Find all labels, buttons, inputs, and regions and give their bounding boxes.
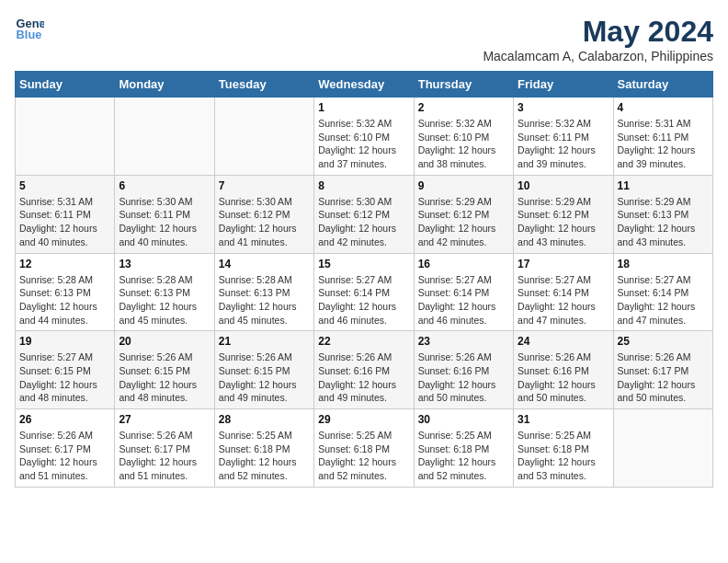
table-cell: 10Sunrise: 5:29 AM Sunset: 6:12 PM Dayli… <box>514 175 613 253</box>
table-cell: 15Sunrise: 5:27 AM Sunset: 6:14 PM Dayli… <box>314 253 414 331</box>
table-cell: 30Sunrise: 5:25 AM Sunset: 6:18 PM Dayli… <box>414 409 513 488</box>
table-cell: 25Sunrise: 5:26 AM Sunset: 6:17 PM Dayli… <box>613 331 712 409</box>
table-cell <box>613 409 712 488</box>
table-cell <box>214 98 313 176</box>
day-info: Sunrise: 5:25 AM Sunset: 6:18 PM Dayligh… <box>518 429 609 483</box>
table-cell: 21Sunrise: 5:26 AM Sunset: 6:15 PM Dayli… <box>214 331 313 409</box>
day-number: 11 <box>618 179 709 192</box>
table-cell: 3Sunrise: 5:32 AM Sunset: 6:11 PM Daylig… <box>514 98 613 176</box>
table-cell: 16Sunrise: 5:27 AM Sunset: 6:14 PM Dayli… <box>414 253 513 331</box>
day-info: Sunrise: 5:26 AM Sunset: 6:17 PM Dayligh… <box>618 350 709 405</box>
header-tuesday: Tuesday <box>214 72 313 98</box>
day-number: 23 <box>418 335 509 348</box>
day-info: Sunrise: 5:29 AM Sunset: 6:13 PM Dayligh… <box>618 195 709 249</box>
day-info: Sunrise: 5:28 AM Sunset: 6:13 PM Dayligh… <box>119 273 210 327</box>
logo: General Blue <box>15 15 44 44</box>
day-info: Sunrise: 5:26 AM Sunset: 6:15 PM Dayligh… <box>119 350 210 405</box>
table-cell <box>16 98 115 176</box>
day-info: Sunrise: 5:29 AM Sunset: 6:12 PM Dayligh… <box>418 195 509 249</box>
day-info: Sunrise: 5:27 AM Sunset: 6:14 PM Dayligh… <box>318 273 409 327</box>
day-number: 4 <box>618 101 709 114</box>
table-cell: 1Sunrise: 5:32 AM Sunset: 6:10 PM Daylig… <box>314 98 414 176</box>
table-cell: 22Sunrise: 5:26 AM Sunset: 6:16 PM Dayli… <box>314 331 414 409</box>
day-number: 12 <box>19 258 110 270</box>
table-cell: 20Sunrise: 5:26 AM Sunset: 6:15 PM Dayli… <box>115 331 214 409</box>
day-info: Sunrise: 5:30 AM Sunset: 6:11 PM Dayligh… <box>119 195 210 249</box>
week-row-2: 5Sunrise: 5:31 AM Sunset: 6:11 PM Daylig… <box>16 175 713 253</box>
day-number: 30 <box>418 413 509 426</box>
day-info: Sunrise: 5:31 AM Sunset: 6:11 PM Dayligh… <box>19 195 110 249</box>
month-title: May 2024 <box>483 15 713 49</box>
day-number: 25 <box>618 335 709 348</box>
day-number: 9 <box>418 179 509 192</box>
day-info: Sunrise: 5:27 AM Sunset: 6:14 PM Dayligh… <box>618 273 709 327</box>
table-cell: 2Sunrise: 5:32 AM Sunset: 6:10 PM Daylig… <box>414 98 513 176</box>
calendar-table: Sunday Monday Tuesday Wednesday Thursday… <box>15 71 713 488</box>
header-friday: Friday <box>514 72 613 98</box>
title-block: May 2024 Macalamcam A, Calabarzon, Phili… <box>483 15 713 63</box>
week-row-1: 1Sunrise: 5:32 AM Sunset: 6:10 PM Daylig… <box>16 98 713 176</box>
day-info: Sunrise: 5:26 AM Sunset: 6:15 PM Dayligh… <box>219 350 310 405</box>
header-monday: Monday <box>115 72 214 98</box>
day-info: Sunrise: 5:26 AM Sunset: 6:16 PM Dayligh… <box>418 350 509 405</box>
day-number: 24 <box>518 335 609 348</box>
table-cell: 26Sunrise: 5:26 AM Sunset: 6:17 PM Dayli… <box>16 409 115 488</box>
table-cell: 14Sunrise: 5:28 AM Sunset: 6:13 PM Dayli… <box>214 253 313 331</box>
table-cell: 7Sunrise: 5:30 AM Sunset: 6:12 PM Daylig… <box>214 175 313 253</box>
table-cell: 11Sunrise: 5:29 AM Sunset: 6:13 PM Dayli… <box>613 175 712 253</box>
table-cell: 9Sunrise: 5:29 AM Sunset: 6:12 PM Daylig… <box>414 175 513 253</box>
day-info: Sunrise: 5:26 AM Sunset: 6:17 PM Dayligh… <box>19 429 110 483</box>
table-cell: 27Sunrise: 5:26 AM Sunset: 6:17 PM Dayli… <box>115 409 214 488</box>
logo-icon: General Blue <box>15 15 44 44</box>
day-number: 14 <box>219 258 310 270</box>
location: Macalamcam A, Calabarzon, Philippines <box>483 49 713 63</box>
day-info: Sunrise: 5:32 AM Sunset: 6:10 PM Dayligh… <box>418 117 509 171</box>
day-info: Sunrise: 5:27 AM Sunset: 6:14 PM Dayligh… <box>418 273 509 327</box>
table-cell: 5Sunrise: 5:31 AM Sunset: 6:11 PM Daylig… <box>16 175 115 253</box>
day-info: Sunrise: 5:28 AM Sunset: 6:13 PM Dayligh… <box>19 273 110 327</box>
day-number: 21 <box>219 335 310 348</box>
day-info: Sunrise: 5:27 AM Sunset: 6:15 PM Dayligh… <box>19 350 110 405</box>
page-header: General Blue May 2024 Macalamcam A, Cala… <box>15 15 713 63</box>
day-number: 31 <box>518 413 609 426</box>
day-number: 1 <box>318 101 409 114</box>
table-cell: 8Sunrise: 5:30 AM Sunset: 6:12 PM Daylig… <box>314 175 414 253</box>
day-number: 2 <box>418 101 509 114</box>
svg-text:Blue: Blue <box>17 28 42 41</box>
day-info: Sunrise: 5:26 AM Sunset: 6:16 PM Dayligh… <box>518 350 609 405</box>
day-info: Sunrise: 5:27 AM Sunset: 6:14 PM Dayligh… <box>518 273 609 327</box>
day-number: 22 <box>318 335 409 348</box>
day-info: Sunrise: 5:31 AM Sunset: 6:11 PM Dayligh… <box>618 117 709 171</box>
header-saturday: Saturday <box>613 72 712 98</box>
day-number: 10 <box>518 179 609 192</box>
table-cell: 23Sunrise: 5:26 AM Sunset: 6:16 PM Dayli… <box>414 331 513 409</box>
header-sunday: Sunday <box>16 72 115 98</box>
day-number: 7 <box>219 179 310 192</box>
day-number: 6 <box>119 179 210 192</box>
header-thursday: Thursday <box>414 72 513 98</box>
day-number: 8 <box>318 179 409 192</box>
week-row-3: 12Sunrise: 5:28 AM Sunset: 6:13 PM Dayli… <box>16 253 713 331</box>
day-number: 26 <box>19 413 110 426</box>
table-cell: 6Sunrise: 5:30 AM Sunset: 6:11 PM Daylig… <box>115 175 214 253</box>
day-number: 15 <box>318 258 409 270</box>
day-number: 17 <box>518 258 609 270</box>
day-info: Sunrise: 5:30 AM Sunset: 6:12 PM Dayligh… <box>318 195 409 249</box>
header-row: Sunday Monday Tuesday Wednesday Thursday… <box>16 72 713 98</box>
table-cell: 12Sunrise: 5:28 AM Sunset: 6:13 PM Dayli… <box>16 253 115 331</box>
day-number: 16 <box>418 258 509 270</box>
day-number: 29 <box>318 413 409 426</box>
day-number: 13 <box>119 258 210 270</box>
table-cell: 18Sunrise: 5:27 AM Sunset: 6:14 PM Dayli… <box>613 253 712 331</box>
week-row-4: 19Sunrise: 5:27 AM Sunset: 6:15 PM Dayli… <box>16 331 713 409</box>
table-cell: 31Sunrise: 5:25 AM Sunset: 6:18 PM Dayli… <box>514 409 613 488</box>
day-number: 3 <box>518 101 609 114</box>
day-info: Sunrise: 5:29 AM Sunset: 6:12 PM Dayligh… <box>518 195 609 249</box>
day-number: 5 <box>19 179 110 192</box>
table-cell: 28Sunrise: 5:25 AM Sunset: 6:18 PM Dayli… <box>214 409 313 488</box>
day-number: 18 <box>618 258 709 270</box>
week-row-5: 26Sunrise: 5:26 AM Sunset: 6:17 PM Dayli… <box>16 409 713 488</box>
day-info: Sunrise: 5:26 AM Sunset: 6:16 PM Dayligh… <box>318 350 409 405</box>
day-info: Sunrise: 5:32 AM Sunset: 6:11 PM Dayligh… <box>518 117 609 171</box>
table-cell <box>115 98 214 176</box>
